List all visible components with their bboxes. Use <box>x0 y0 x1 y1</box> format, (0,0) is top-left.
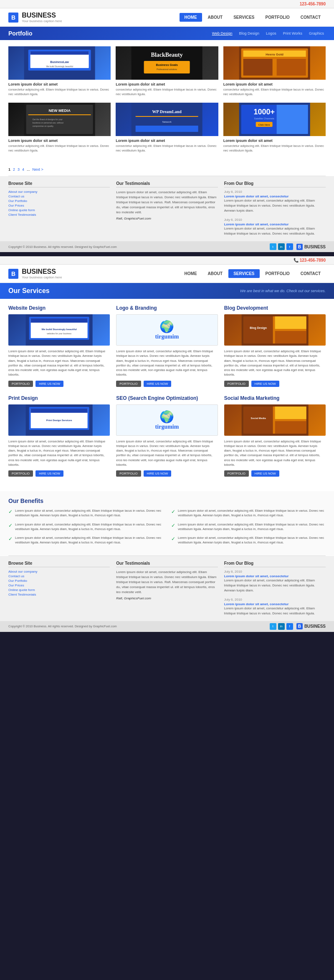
svg-text:Social Media: Social Media <box>250 417 266 419</box>
nav2-contact[interactable]: CONTACT <box>296 269 326 278</box>
tab-web-design[interactable]: Web Design <box>210 30 234 36</box>
link-portfolio-2[interactable]: Our Portfolio <box>8 579 110 583</box>
portfolio-thumb-2[interactable]: BlackBeauty Business Goals Professional … <box>116 46 218 80</box>
footer-business-name: BUSINESS <box>304 245 326 249</box>
twitter-icon[interactable]: t <box>270 243 276 250</box>
pagination: 1 2 3 4 ... Next > <box>0 165 334 176</box>
nav-contact[interactable]: CONTACT <box>296 13 326 22</box>
portfolio-thumb-6[interactable]: 1000+ Satellite Channels Click Here <box>223 103 326 136</box>
benefit-text-1: Lorem ipsum dolor sit amet, consectetur … <box>15 508 163 518</box>
benefit-text-5: Lorem ipsum dolor sit amet, consectetur … <box>178 522 326 532</box>
link-about[interactable]: About our company <box>8 190 110 194</box>
item-title-3: Lorem ipsum dolor sit amet <box>223 82 326 86</box>
benefit-item-6: ✓ Lorem ipsum dolor sit amet, consectetu… <box>171 535 326 545</box>
blog-post-2-title[interactable]: Lorem ipsum dolor sit amet, consectetur <box>224 222 326 226</box>
hire-btn-blog[interactable]: HIRE US NOW <box>251 381 279 387</box>
portfolio-thumb-5[interactable]: WP DreamLand Network <box>116 103 218 136</box>
link-prices-2[interactable]: Our Prices <box>8 583 110 587</box>
link-quote[interactable]: Online quote form <box>8 208 110 212</box>
portfolio-btn-social[interactable]: PORTFOLIO <box>224 470 249 477</box>
tab-blog-design[interactable]: Blog Design <box>238 30 261 36</box>
portfolio-grid: BusinessLaw We build Stunningly beautifu… <box>0 40 334 165</box>
nav2-about[interactable]: ABOUT <box>203 269 228 278</box>
service-btns-blog: PORTFOLIO HIRE US NOW <box>224 381 326 387</box>
blog-post-1-title[interactable]: Lorem ipsum dolor sit amet, consectetur <box>224 194 326 198</box>
svg-rect-16 <box>276 59 306 76</box>
link-prices[interactable]: Our Prices <box>8 204 110 207</box>
link-testimonials[interactable]: Client Testimonials <box>8 213 110 217</box>
nav-about[interactable]: ABOUT <box>203 13 228 22</box>
brand-text-2: BUSINESS Your business caption here <box>22 268 62 279</box>
page-1[interactable]: 1 <box>8 167 10 172</box>
social-icons-2: t in f <box>270 623 293 630</box>
link-contact[interactable]: Contact us <box>8 194 110 198</box>
nav2-home[interactable]: HOME <box>180 269 202 278</box>
phone-number[interactable]: 123-456-7890 <box>300 2 326 6</box>
hire-btn-social[interactable]: HIRE US NOW <box>251 470 279 477</box>
logo-area-2: B BUSINESS Your business caption here <box>8 268 62 279</box>
testimonials-col: Our Testimonials Lorem ipsum dolor sit a… <box>116 181 218 236</box>
blog-post-1-title-2[interactable]: Lorem ipsum dolor sit amet, consectetur <box>224 574 326 578</box>
nav-portfolio[interactable]: PORTFOLIO <box>261 13 295 22</box>
hire-btn-print[interactable]: HIRE US NOW <box>35 470 63 477</box>
nav2-services[interactable]: SERVICES <box>228 269 259 278</box>
link-portfolio[interactable]: Our Portfolio <box>8 199 110 203</box>
social-icons: t in f <box>270 243 293 250</box>
service-logo-branding: Logo & Branding 🌍 tirgumim Lorem ipsum d… <box>116 305 218 387</box>
service-desc-website: Lorem ipsum dolor sit amet, consectetur … <box>8 349 110 377</box>
phone-number-2[interactable]: 📞 123-456-7890 <box>294 258 326 263</box>
portfolio-btn-print[interactable]: PORTFOLIO <box>8 470 33 477</box>
service-thumb-print: Print Design Services <box>8 404 110 436</box>
linkedin-icon[interactable]: in <box>278 243 285 250</box>
page-next[interactable]: Next > <box>33 167 43 172</box>
item-desc-3: consectetur adipiscing elit. Etiam trist… <box>223 88 326 96</box>
service-desc-social: Lorem ipsum dolor sit amet, consectetur … <box>224 439 326 467</box>
link-contact-2[interactable]: Contact us <box>8 574 110 578</box>
blog-post-2-title-2[interactable]: Lorem ipsum dolor sit amet, consectetur <box>224 602 326 606</box>
portfolio-thumb-3[interactable]: Heera Gold <box>223 46 326 80</box>
portfolio-thumb-4[interactable]: NEW MEDIA Get the finest of designs for … <box>8 103 111 136</box>
svg-text:We build Stunningly beautiful: We build Stunningly beautiful <box>46 65 73 68</box>
link-about-2[interactable]: About our company <box>8 570 110 573</box>
link-testimonials-2[interactable]: Client Testimonials <box>8 593 110 596</box>
portfolio-btn-logo[interactable]: PORTFOLIO <box>116 381 141 387</box>
benefits-grid: ✓ Lorem ipsum dolor sit amet, consectetu… <box>8 508 326 549</box>
nav-services[interactable]: SERVICES <box>228 13 259 22</box>
hire-btn-seo[interactable]: HIRE US NOW <box>144 470 172 477</box>
item-desc-5: consectetur adipiscing elit. Etiam trist… <box>116 144 218 153</box>
thumb-img-6: 1000+ Satellite Channels Click Here <box>223 103 326 136</box>
benefit-item-4: ✓ Lorem ipsum dolor sit amet, consectetu… <box>171 508 326 518</box>
facebook-icon[interactable]: f <box>286 243 293 250</box>
hire-btn-website[interactable]: HIRE US NOW <box>35 381 63 387</box>
portfolio-item-4: NEW MEDIA Get the finest of designs for … <box>8 103 111 153</box>
footer-cols-2: Browse Site About our company Contact us… <box>8 561 326 616</box>
business-name: BUSINESS <box>22 12 56 19</box>
service-title-social: Social Media Marketing <box>224 395 326 401</box>
hire-btn-logo[interactable]: HIRE US NOW <box>144 381 172 387</box>
portfolio-btn-seo[interactable]: PORTFOLIO <box>116 470 141 477</box>
tab-logos[interactable]: Logos <box>264 30 278 36</box>
portfolio-btn-website[interactable]: PORTFOLIO <box>8 381 33 387</box>
testimonials-col-2: Our Testimonials Lorem ipsum dolor sit a… <box>116 561 218 616</box>
twitter-icon-2[interactable]: t <box>270 623 276 630</box>
page-4[interactable]: 4 <box>22 167 24 172</box>
portfolio-thumb-1[interactable]: BusinessLaw We build Stunningly beautifu… <box>8 46 111 80</box>
testimonial-text-2: Lorem ipsum dolor sit amet, consectetur … <box>116 570 218 595</box>
tab-print-works[interactable]: Print Works <box>281 30 304 36</box>
facebook-icon-2[interactable]: f <box>286 623 293 630</box>
svg-text:Print Design Services: Print Design Services <box>46 419 72 422</box>
portfolio-btn-blog[interactable]: PORTFOLIO <box>224 381 249 387</box>
page-2[interactable]: 2 <box>13 167 15 172</box>
check-icon-3: ✓ <box>8 536 13 542</box>
linkedin-icon-2[interactable]: in <box>278 623 285 630</box>
blog-post-2-text-2: Lorem ipsum dolor sit amet, consectetur … <box>224 606 326 616</box>
page-3[interactable]: 3 <box>18 167 20 172</box>
benefit-item-1: ✓ Lorem ipsum dolor sit amet, consectetu… <box>8 508 163 518</box>
nav2-portfolio[interactable]: PORTFOLIO <box>261 269 295 278</box>
footer-logo-box: B <box>296 244 303 250</box>
nav-home[interactable]: HOME <box>180 13 202 22</box>
tab-graphics[interactable]: Graphics <box>307 30 326 36</box>
footer-logo-2: B BUSINESS <box>296 623 326 629</box>
browse-col-2: Browse Site About our company Contact us… <box>8 561 110 616</box>
link-quote-2[interactable]: Online quote form <box>8 588 110 592</box>
